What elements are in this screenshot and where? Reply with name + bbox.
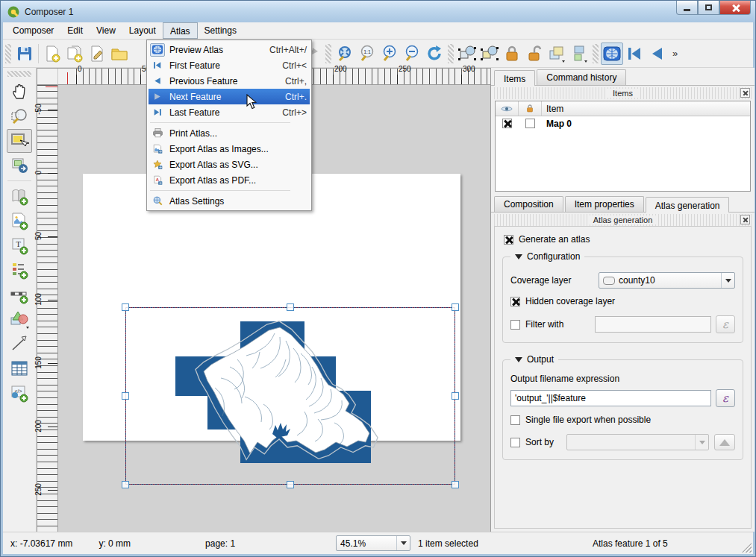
menu-settings[interactable]: Settings [198,22,243,39]
menu-item-next-feature[interactable]: Next Feature Ctrl+. [149,89,310,104]
lock-items-button[interactable] [501,43,523,65]
add-basic-shape-button[interactable] [7,307,32,331]
items-table-row-map0[interactable]: Map 0 [496,116,750,130]
pan-tool-button[interactable] [7,80,32,104]
handle-bottom-left[interactable] [122,481,129,488]
title-bar[interactable]: Composer 1 [1,1,755,22]
handle-top-center[interactable] [287,303,294,311]
coverage-layer-combo[interactable]: county10 [599,272,735,289]
maximize-button[interactable] [698,1,719,15]
handle-top-right[interactable] [452,303,459,311]
generate-atlas-checkbox[interactable] [504,235,513,245]
tab-composition[interactable]: Composition [494,196,563,212]
filter-expression-button[interactable]: ε [716,315,735,333]
atlas-first-feature-button[interactable] [623,43,646,65]
toolbar-grip[interactable] [5,44,11,63]
filter-expression-input[interactable] [595,316,711,333]
items-table[interactable]: Item Map 0 [495,101,751,192]
add-legend-button[interactable] [7,258,32,282]
menu-item-first-feature[interactable]: First Feature Ctrl+< [149,57,310,73]
menu-item-print-atlas[interactable]: Print Atlas... [149,125,310,141]
menu-item-previous-feature[interactable]: Previous Feature Ctrl+, [149,73,310,89]
tab-items[interactable]: Items [494,70,535,86]
map0-lock-checkbox[interactable] [525,119,535,128]
atlas-previous-feature-button[interactable] [646,43,668,65]
menu-atlas[interactable]: Atlas [163,22,198,39]
sort-by-combo[interactable] [566,434,709,450]
menu-item-atlas-settings[interactable]: Atlas Settings [149,193,310,209]
handle-bottom-center[interactable] [287,481,294,488]
raise-items-button[interactable] [546,43,568,65]
minimize-button[interactable] [676,1,698,15]
add-label-button[interactable]: T [7,233,32,257]
refresh-button[interactable] [423,43,446,65]
item-name: Map 0 [542,119,572,129]
composition-manager-button[interactable] [86,43,108,65]
add-scalebar-button[interactable] [7,283,32,306]
map-item-map0[interactable] [125,307,455,485]
items-dock-close-icon[interactable] [740,88,750,98]
select-all-button[interactable] [456,43,478,65]
collapse-triangle-icon[interactable] [515,254,522,259]
menu-view[interactable]: View [90,22,122,39]
zoom-level-combo[interactable]: 45.1% [336,535,410,551]
menu-item-preview-atlas[interactable]: Preview Atlas Ctrl+Alt+/ [149,42,310,57]
tab-atlas-generation[interactable]: Atlas generation [646,197,730,213]
deselect-all-button[interactable] [478,43,501,65]
sort-direction-button[interactable] [714,434,735,450]
mouse-cursor [246,94,258,110]
save-button[interactable] [13,43,36,65]
move-item-content-button[interactable] [7,154,32,177]
handle-mid-right[interactable] [452,392,459,400]
open-button[interactable] [108,43,131,65]
chevron-down-icon [699,441,705,444]
align-items-button[interactable] [568,43,590,65]
menu-layout[interactable]: Layout [122,22,163,39]
toolbar-grip[interactable] [325,44,331,63]
menu-item-export-pdf[interactable]: A Export Atlas as PDF... [149,172,310,188]
menu-composer[interactable]: Composer [6,22,60,39]
unlock-items-button[interactable] [523,43,546,65]
add-new-map-button[interactable] [7,184,32,208]
composition-page[interactable] [83,174,460,441]
zoom-tool-button[interactable] [7,104,32,128]
menu-item-export-images[interactable]: Export Atlas as Images... [149,141,310,157]
tab-item-properties[interactable]: Item properties [565,196,644,212]
handle-top-left[interactable] [122,303,129,311]
atlas-dock-close-icon[interactable] [740,215,750,224]
menu-edit[interactable]: Edit [60,22,90,39]
toolbar-grip[interactable] [448,44,454,63]
arrow-up-icon [719,439,730,446]
hidden-coverage-checkbox[interactable] [510,297,520,306]
sort-by-checkbox[interactable] [510,438,520,447]
zoom-full-button[interactable] [334,43,356,65]
zoom-in-button[interactable] [378,43,401,65]
tab-command-history[interactable]: Command history [537,69,626,85]
menu-item-last-feature[interactable]: Last Feature Ctrl+> [149,104,310,120]
toolbar-overflow-icon[interactable]: » [672,48,678,59]
output-filename-input[interactable]: 'output_'||$feature [510,390,711,406]
add-arrow-button[interactable] [7,332,32,356]
output-expression-button[interactable]: ε [716,389,735,407]
zoom-out-button[interactable] [401,43,423,65]
add-html-frame-button[interactable]: </> [7,381,32,405]
duplicate-composition-button[interactable] [63,43,86,65]
collapse-triangle-icon[interactable] [515,357,522,362]
close-button[interactable] [719,1,751,15]
toolbox-grip[interactable] [7,71,31,77]
menu-item-export-svg[interactable]: Export Atlas as SVG... [149,157,310,172]
single-file-checkbox[interactable] [510,415,520,425]
resize-grip[interactable] [742,543,752,553]
select-move-item-button[interactable] [7,129,32,153]
new-composition-button[interactable] [41,43,63,65]
handle-bottom-right[interactable] [452,481,459,488]
add-image-button[interactable] [7,209,32,233]
atlas-preview-toggle-button[interactable] [601,43,623,65]
map0-visibility-checkbox[interactable] [502,119,512,128]
add-attribute-table-button[interactable] [7,356,32,380]
zoom-actual-button[interactable]: 1:1 [356,43,378,65]
select-all-icon [457,44,477,63]
handle-mid-left[interactable] [122,392,129,400]
filter-with-checkbox[interactable] [510,320,520,330]
toolbar-grip[interactable] [593,44,599,63]
